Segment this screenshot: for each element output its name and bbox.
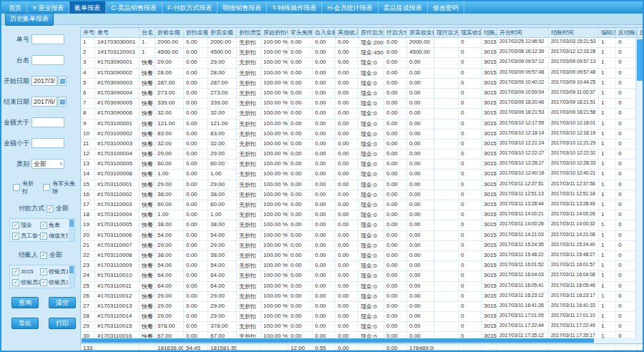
cashier-all-checkbox[interactable]: ✓	[40, 252, 47, 259]
field-input-4[interactable]	[31, 97, 57, 107]
payment-checkbox-3[interactable]: ✓	[12, 233, 19, 240]
header-cell[interactable]: 折扣类型	[237, 28, 261, 38]
field-input-5[interactable]	[31, 117, 64, 127]
calendar-icon[interactable]: ▦	[58, 97, 67, 107]
header-cell[interactable]: 其他收入	[336, 28, 358, 38]
table-row[interactable]: 18#1703110004快餐1.000.001.00无折扣100.00 %0.…	[81, 210, 644, 220]
table-row[interactable]: 11#170303000112000.000.002000.00无折扣100.0…	[81, 38, 644, 48]
menu-item-9[interactable]: 卖品提成报表	[379, 1, 428, 14]
table-row[interactable]: 24#1703110010快餐64.000.0064.00无折扣100.00 %…	[81, 271, 644, 281]
horizontal-scrollbar[interactable]	[81, 338, 644, 343]
table-row[interactable]: 10#1703100002快餐83.000.0083.00无折扣100.00 %…	[81, 129, 644, 140]
header-cell[interactable]: 序号	[81, 28, 95, 38]
table-row[interactable]: 3#1703090001快餐29.000.0029.00无折扣100.00 %0…	[81, 58, 644, 68]
cashier-checkbox-3[interactable]: ✓	[12, 279, 19, 286]
vertical-scrollbar-thumb[interactable]	[637, 39, 643, 81]
header-cell[interactable]: 折扣金额	[184, 28, 208, 38]
table-row[interactable]: 12#1703100004快餐29.000.0029.00无折扣100.00 %…	[81, 150, 644, 160]
table-row[interactable]: 30#1703110016快餐67.000.0067.00无折扣100.00 %…	[81, 332, 644, 338]
table-row[interactable]: 29#1703110015快餐378.000.00378.00无折扣100.00…	[81, 322, 644, 332]
table-row[interactable]: 19#1703110005快餐38.000.0038.00无折扣100.00 %…	[81, 220, 644, 230]
tab-history-bill-report[interactable]: 历史账单报表	[5, 13, 54, 26]
print-button[interactable]: 打印	[49, 318, 76, 329]
table-row[interactable]: 27#1703110013快餐29.000.0029.00无折扣100.00 %…	[81, 302, 644, 312]
field-input-6[interactable]	[31, 138, 64, 148]
has-discount-checkbox[interactable]	[13, 184, 20, 191]
header-cell[interactable]: 现付款方式	[434, 28, 459, 38]
payment-checkbox-1[interactable]: ✓	[12, 222, 19, 229]
header-cell[interactable]: 现实收金额	[459, 28, 482, 38]
table-row[interactable]: 21#1703110007快餐29.000.0029.00无折扣100.00 %…	[81, 241, 644, 251]
payment-all-checkbox[interactable]: ✓	[47, 205, 54, 212]
payment-checkbox-2[interactable]: ✓	[40, 222, 47, 229]
table-row[interactable]: 28#1703110014快餐29.000.0029.00无折扣100.00 %…	[81, 312, 644, 322]
menu-item-8[interactable]: H-会员统计报表	[322, 1, 379, 14]
table-row[interactable]: 13#1703100005快餐60.000.0060.00无折扣100.00 %…	[81, 160, 644, 170]
header-cell[interactable]: 原实收金额	[407, 28, 434, 38]
table-row[interactable]: 4#1703090002快餐28.000.0028.00无折扣100.00 %0…	[81, 69, 644, 79]
table-row[interactable]: 7#1703090005快餐339.000.00339.00无折扣100.00 …	[81, 99, 644, 109]
horizontal-scrollbar-thumb[interactable]	[82, 338, 594, 343]
payment-list-scrollbar[interactable]	[69, 219, 74, 241]
table-row[interactable]: 17#1703110003快餐60.000.0060.00无折扣100.00 %…	[81, 200, 644, 210]
header-cell[interactable]: 合入金额	[313, 28, 336, 38]
has-rounding-checkbox[interactable]	[43, 184, 50, 191]
header-cell[interactable]: 原始折扣率	[261, 28, 288, 38]
header-cell[interactable]: 开台时间	[497, 28, 549, 38]
header-cell[interactable]: 折后金额	[208, 28, 237, 38]
table-row[interactable]: 20#1703110006快餐54.000.0054.00无折扣100.00 %…	[81, 231, 644, 241]
export-button[interactable]: 导出	[11, 318, 39, 329]
cell: 2017/03/09 18:21:58	[549, 109, 599, 119]
menu-item-2[interactable]: Y-营业报表	[27, 1, 69, 14]
vertical-scrollbar[interactable]	[635, 38, 643, 338]
header-cell[interactable]: 结账时间	[549, 28, 599, 38]
menu-item-10[interactable]: 修改密码	[428, 1, 464, 14]
cell: 2017/03/10 12:18:01	[549, 119, 599, 129]
category-select[interactable]: 全部▾	[31, 159, 64, 169]
table-row[interactable]: 25#1703110011快餐64.000.0064.00无折扣100.00 %…	[81, 282, 644, 292]
table-row[interactable]: 15#1703110001快餐29.000.0029.00无折扣100.00 %…	[81, 180, 644, 190]
cell: 0.00	[384, 332, 407, 338]
query-button[interactable]: 查询	[11, 297, 39, 308]
cashier-list-scrollbar-thumb[interactable]	[69, 266, 74, 273]
table-row[interactable]: 23#1703110009快餐54.000.0054.00无折扣100.00 %…	[81, 261, 644, 271]
header-cell[interactable]: 付款方式优惠	[384, 28, 407, 38]
clear-button[interactable]: 清空	[49, 297, 76, 308]
table-row[interactable]: 16#1703110002快餐38.000.0038.00无折扣100.00 %…	[81, 190, 644, 200]
menu-item-1[interactable]: 首页	[4, 1, 27, 14]
menu-item-5[interactable]: F-付款方式报表	[162, 1, 218, 14]
table-row[interactable]: 8#1703090006快餐32.000.0032.00无折扣100.00 %0…	[81, 109, 644, 119]
menu-item-3[interactable]: 账单报表	[69, 1, 106, 14]
payment-checkbox-4[interactable]: ✓	[40, 233, 47, 240]
header-cell[interactable]: 结账人	[482, 28, 497, 38]
menu-item-4[interactable]: C-卖品销售报表	[106, 1, 162, 14]
table-row[interactable]: 5#1703090003快餐287.000.00287.00无折扣100.00 …	[81, 79, 644, 89]
cashier-checkbox-4[interactable]: ✓	[40, 279, 47, 286]
menu-item-7[interactable]: T-特殊操作报表	[267, 1, 322, 14]
header-cell[interactable]: 台名	[140, 28, 155, 38]
table-row[interactable]: 11#1703100003快餐32.000.0032.00无折扣100.00 %…	[81, 140, 644, 150]
cashier-checkbox-2[interactable]: ✓	[40, 268, 47, 275]
field-input-1[interactable]	[31, 34, 64, 44]
header-cell[interactable]: 编辑次数	[599, 28, 616, 38]
payment-list-scrollbar-thumb[interactable]	[69, 220, 74, 227]
header-cell[interactable]: 反	[638, 28, 644, 38]
cashier-list-scrollbar[interactable]	[69, 265, 74, 288]
table-row[interactable]: 9#1703100001快餐121.000.00121.00无折扣100.00 …	[81, 119, 644, 129]
field-input-3[interactable]	[31, 76, 57, 86]
table-row[interactable]: 26#1703110012快餐29.000.0029.00无折扣100.00 %…	[81, 292, 644, 302]
cashier-checkbox-1[interactable]: ✓	[12, 268, 19, 275]
cell: 3015	[482, 140, 497, 150]
header-cell[interactable]: 零头免除	[288, 28, 313, 38]
menu-item-6[interactable]: 明细销售报表	[218, 1, 267, 14]
header-cell[interactable]: 反结账次数	[616, 28, 638, 38]
field-input-2[interactable]	[31, 55, 64, 65]
table-row[interactable]: 22#1703110008快餐38.000.0038.00无折扣100.00 %…	[81, 251, 644, 261]
header-cell[interactable]: 原付款方式	[358, 28, 384, 38]
table-row[interactable]: 21#170312000114500.000.004500.00无折扣100.0…	[81, 48, 644, 58]
table-row[interactable]: 14#1703100006快餐1.000.001.00无折扣100.00 %0.…	[81, 170, 644, 180]
table-row[interactable]: 6#1703090004快餐273.000.00273.00无折扣100.00 …	[81, 89, 644, 99]
calendar-icon[interactable]: ▦	[58, 76, 67, 86]
header-cell[interactable]: 单号	[95, 28, 140, 38]
header-cell[interactable]: 折前金额	[155, 28, 184, 38]
